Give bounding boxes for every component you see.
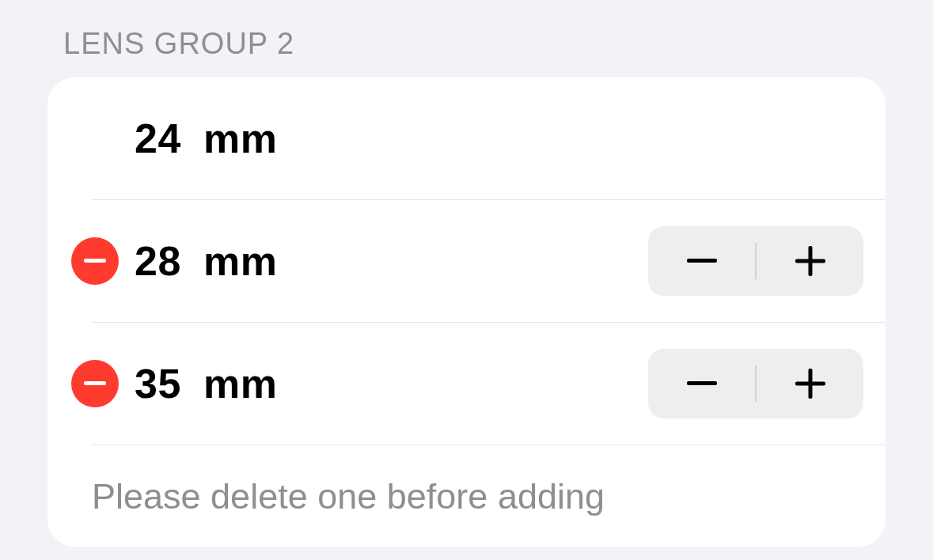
lens-row: 35 mm <box>47 322 886 445</box>
stepper <box>648 349 863 418</box>
settings-section: LENS GROUP 2 24 mm 28 mm <box>0 0 933 547</box>
delete-button[interactable] <box>71 237 119 285</box>
minus-circle-icon <box>71 360 119 407</box>
lens-value: 35 <box>135 360 192 407</box>
stepper <box>648 226 863 296</box>
lens-label: 28 mm <box>135 237 277 285</box>
section-footer: Please delete one before adding <box>47 445 886 547</box>
lens-value: 24 <box>135 115 192 162</box>
lens-unit: mm <box>203 115 277 161</box>
section-title: LENS GROUP 2 <box>0 14 933 77</box>
stepper-decrement[interactable] <box>648 349 755 418</box>
plus-icon <box>795 369 825 399</box>
lens-unit: mm <box>203 361 277 407</box>
minus-icon <box>687 259 717 263</box>
delete-button[interactable] <box>71 360 119 407</box>
stepper-decrement[interactable] <box>648 226 755 296</box>
lens-value: 28 <box>135 237 192 285</box>
lens-label: 24 mm <box>135 115 277 162</box>
stepper-increment[interactable] <box>757 349 863 418</box>
lens-row: 24 mm <box>47 77 886 199</box>
minus-circle-icon <box>71 237 119 285</box>
minus-icon <box>687 381 717 385</box>
plus-icon <box>795 246 825 276</box>
lens-unit: mm <box>203 238 277 284</box>
stepper-increment[interactable] <box>757 226 863 296</box>
lens-group-card: 24 mm 28 mm <box>47 77 886 547</box>
lens-row: 28 mm <box>47 199 886 322</box>
lens-label: 35 mm <box>135 360 277 407</box>
